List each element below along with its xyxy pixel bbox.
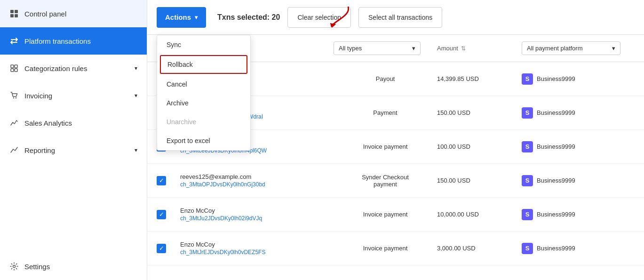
cell-type: Payment bbox=[334, 109, 437, 116]
cell-platform: S Business9999 bbox=[522, 73, 635, 85]
chevron-down-icon: ▾ bbox=[612, 45, 615, 52]
stripe-badge: S bbox=[522, 209, 533, 220]
cell-amount: 100.00 USD bbox=[437, 143, 522, 150]
chevron-down-icon: ▾ bbox=[135, 147, 137, 153]
cell-type: Payout bbox=[334, 75, 437, 82]
txn-name: Enzo McCoy bbox=[180, 207, 334, 214]
actions-label: Actions bbox=[165, 13, 191, 21]
table-row: ✓ Enzo McCoy ch_3MtJu2JDvsDKy0lh02i9dVJq… bbox=[147, 198, 644, 232]
select-all-button[interactable]: Select all transactions bbox=[358, 7, 442, 28]
cell-amount: 14,399.85 USD bbox=[437, 75, 522, 82]
actions-dropdown-menu: Sync Rollback Cancel Archive Unarchive E… bbox=[157, 35, 251, 151]
dropdown-item-export-excel[interactable]: Export to excel bbox=[157, 131, 250, 150]
cell-platform: S Business9999 bbox=[522, 243, 635, 254]
platform-name: Business9999 bbox=[537, 143, 575, 150]
type-filter[interactable]: All types ▾ bbox=[334, 41, 421, 55]
cell-type: Invoice payment bbox=[334, 245, 437, 252]
row-checkbox[interactable]: ✓ bbox=[157, 244, 180, 253]
sidebar-item-label: Control panel bbox=[24, 10, 66, 18]
sidebar-item-label: Invoicing bbox=[24, 92, 52, 100]
sidebar-item-control-panel[interactable]: Control panel bbox=[0, 0, 147, 27]
checkbox-checked[interactable]: ✓ bbox=[157, 244, 166, 253]
topbar: Actions ▾ Txns selected: 20 Clear select… bbox=[147, 0, 644, 35]
dropdown-item-unarchive: Unarchive bbox=[157, 112, 250, 131]
main-content: Actions ▾ Txns selected: 20 Clear select… bbox=[147, 0, 644, 280]
sidebar-item-reporting[interactable]: Reporting ▾ bbox=[0, 136, 147, 164]
dropdown-item-rollback[interactable]: Rollback bbox=[160, 55, 247, 74]
sidebar-item-label: Platform transactions bbox=[24, 37, 91, 45]
stripe-badge: S bbox=[522, 243, 533, 254]
row-checkbox[interactable]: ✓ bbox=[157, 210, 180, 219]
chevron-down-icon: ▾ bbox=[135, 65, 137, 72]
svg-point-9 bbox=[16, 97, 16, 98]
platform-name: Business9999 bbox=[537, 109, 575, 116]
dropdown-item-archive[interactable]: Archive bbox=[157, 94, 250, 112]
platform-name: Business9999 bbox=[537, 75, 575, 82]
cell-transaction-info: reeves125@example.com ch_3MtaOPJDvsDKy0l… bbox=[180, 173, 334, 188]
sidebar-item-sales-analytics[interactable]: Sales Analytics bbox=[0, 109, 147, 136]
sidebar-item-label: Categorization rules bbox=[24, 64, 87, 72]
txn-link[interactable]: ch_3MtJu2JDvsDKy0lh02i9dVJq bbox=[180, 215, 334, 222]
table-row: ✓ reeves125@example.com ch_3MtaOPJDvsDKy… bbox=[147, 164, 644, 198]
cell-amount: 10,000.00 USD bbox=[437, 211, 522, 218]
sidebar-item-categorization-rules[interactable]: Categorization rules ▾ bbox=[0, 55, 147, 82]
cell-platform: S Business9999 bbox=[522, 209, 635, 220]
chevron-down-icon: ▾ bbox=[135, 92, 137, 99]
svg-point-10 bbox=[13, 265, 16, 268]
stripe-badge: S bbox=[522, 73, 533, 85]
platform-name: Business9999 bbox=[537, 211, 575, 218]
select-all-label: Select all transactions bbox=[368, 14, 432, 21]
sort-icon[interactable]: ⇅ bbox=[461, 45, 466, 52]
svg-rect-4 bbox=[11, 65, 14, 68]
header-transaction-type: All types ▾ bbox=[334, 41, 437, 55]
cell-type: Invoice payment bbox=[334, 211, 437, 218]
stripe-badge: S bbox=[522, 107, 533, 119]
platform-name: Business9999 bbox=[537, 177, 575, 184]
sidebar-item-label: Reporting bbox=[24, 146, 55, 154]
svg-rect-6 bbox=[11, 69, 14, 72]
chevron-down-icon: ▾ bbox=[412, 45, 415, 52]
cell-platform: S Business9999 bbox=[522, 107, 635, 119]
cell-type: Synder Checkoutpayment bbox=[334, 174, 437, 188]
sidebar-item-settings[interactable]: Settings bbox=[0, 253, 147, 280]
sidebar-item-invoicing[interactable]: Invoicing ▾ bbox=[0, 82, 147, 109]
sidebar-item-label: Settings bbox=[24, 263, 50, 271]
svg-rect-3 bbox=[15, 14, 18, 17]
trend-icon bbox=[9, 145, 19, 155]
stripe-badge: S bbox=[522, 175, 533, 186]
sidebar-item-platform-transactions[interactable]: Platform transactions bbox=[0, 27, 147, 55]
platform-filter[interactable]: All payment platform ▾ bbox=[522, 41, 620, 55]
cell-transaction-info: Enzo McCoy ch_3MtJu2JDvsDKy0lh02i9dVJq bbox=[180, 207, 334, 222]
dropdown-item-cancel[interactable]: Cancel bbox=[157, 75, 250, 94]
dropdown-item-sync[interactable]: Sync bbox=[157, 35, 250, 54]
svg-rect-7 bbox=[15, 69, 17, 72]
clear-selection-button[interactable]: Clear selection bbox=[287, 7, 351, 28]
actions-button[interactable]: Actions ▾ bbox=[157, 7, 206, 28]
svg-rect-2 bbox=[10, 14, 14, 17]
platform-name: Business9999 bbox=[537, 245, 575, 252]
svg-point-8 bbox=[13, 97, 14, 98]
cell-amount: 150.00 USD bbox=[437, 109, 522, 116]
cart-icon bbox=[9, 91, 19, 100]
txn-name: Enzo McCoy bbox=[180, 241, 334, 248]
sidebar: Control panel Platform transactions Cate… bbox=[0, 0, 147, 280]
clear-selection-label: Clear selection bbox=[297, 14, 341, 21]
chart-icon bbox=[9, 118, 19, 128]
txn-link[interactable]: ch_3MtJrEJDvsDKy0lh0vDEZ5FS bbox=[180, 249, 334, 256]
header-payment-platform: All payment platform ▾ bbox=[522, 41, 635, 55]
row-checkbox[interactable]: ✓ bbox=[157, 176, 180, 185]
txn-link[interactable]: ch_3MtaOPJDvsDKy0lh0nGj30bd bbox=[180, 181, 334, 188]
svg-rect-0 bbox=[10, 10, 14, 13]
arrows-icon bbox=[9, 36, 19, 46]
header-amount: Amount ⇅ bbox=[437, 45, 522, 52]
txn-name: reeves125@example.com bbox=[180, 173, 334, 180]
txns-selected-label: Txns selected: 20 bbox=[217, 13, 280, 22]
cell-amount: 3,000.00 USD bbox=[437, 245, 522, 252]
checkbox-checked[interactable]: ✓ bbox=[157, 176, 166, 185]
chevron-down-icon: ▾ bbox=[195, 14, 198, 21]
sidebar-item-label: Sales Analytics bbox=[24, 119, 72, 127]
checkbox-checked[interactable]: ✓ bbox=[157, 210, 166, 219]
cell-amount: 150.00 USD bbox=[437, 177, 522, 184]
cell-transaction-info: Enzo McCoy ch_3MtJrEJDvsDKy0lh0vDEZ5FS bbox=[180, 241, 334, 256]
gear-icon bbox=[9, 262, 19, 271]
